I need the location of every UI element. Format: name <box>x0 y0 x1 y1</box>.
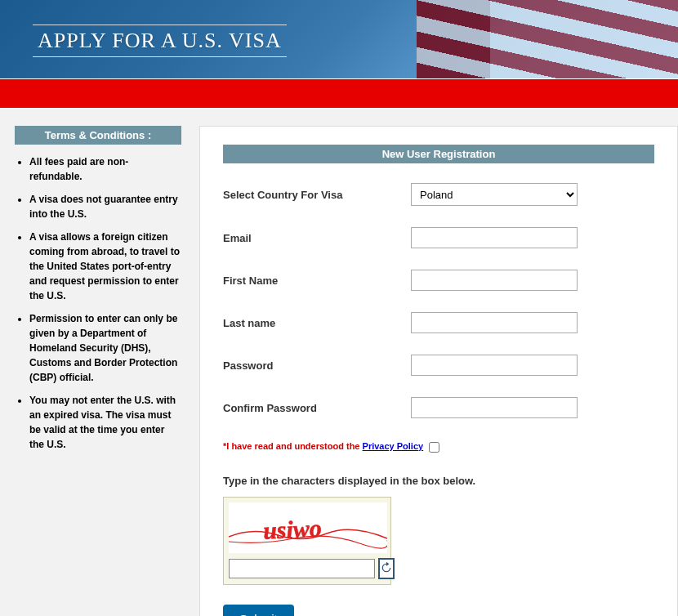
privacy-policy-link[interactable]: Privacy Policy <box>363 441 424 451</box>
page-title: APPLY FOR A U.S. VISA <box>33 25 287 57</box>
country-label: Select Country For Visa <box>223 189 411 201</box>
password-label: Password <box>223 359 411 372</box>
password-field[interactable] <box>411 355 578 376</box>
terms-item: Permission to enter can only be given by… <box>29 311 181 385</box>
email-label: Email <box>223 232 411 244</box>
main-panel: New User Registration Select Country For… <box>199 126 678 616</box>
confirm-label: Confirm Password <box>223 402 411 414</box>
captcha-box: usiwo <box>223 497 391 585</box>
terms-list: All fees paid are non-refundable. A visa… <box>15 154 181 452</box>
privacy-checkbox[interactable] <box>429 442 439 453</box>
terms-item: You may not enter the U.S. with an expir… <box>29 393 181 452</box>
terms-title: Terms & Conditions : <box>15 126 181 145</box>
red-nav-bar <box>0 78 678 108</box>
captcha-field[interactable] <box>229 559 375 578</box>
svg-text:usiwo: usiwo <box>262 514 322 544</box>
refresh-icon <box>380 561 393 577</box>
email-field[interactable] <box>411 227 578 248</box>
firstname-field[interactable] <box>411 270 578 291</box>
captcha-label: Type in the characters displayed in the … <box>223 475 654 487</box>
terms-item: A visa does not guarantee entry into the… <box>29 192 181 221</box>
header-banner: APPLY FOR A U.S. VISA <box>0 0 678 78</box>
country-select[interactable]: Poland <box>411 183 578 206</box>
lastname-label: Last name <box>223 317 411 329</box>
privacy-line: *I have read and understood the Privacy … <box>223 440 654 455</box>
lastname-field[interactable] <box>411 312 578 333</box>
captcha-image: usiwo <box>229 502 387 553</box>
submit-button[interactable]: Submit <box>223 605 294 616</box>
form-title: New User Registration <box>223 145 654 163</box>
terms-item: All fees paid are non-refundable. <box>29 154 181 184</box>
captcha-refresh-button[interactable] <box>378 558 395 579</box>
privacy-prefix: *I have read and understood the <box>223 441 363 451</box>
firstname-label: First Name <box>223 275 411 287</box>
sidebar: Terms & Conditions : All fees paid are n… <box>0 126 181 460</box>
confirm-password-field[interactable] <box>411 397 578 418</box>
terms-item: A visa allows a foreign citizen coming f… <box>29 230 181 303</box>
